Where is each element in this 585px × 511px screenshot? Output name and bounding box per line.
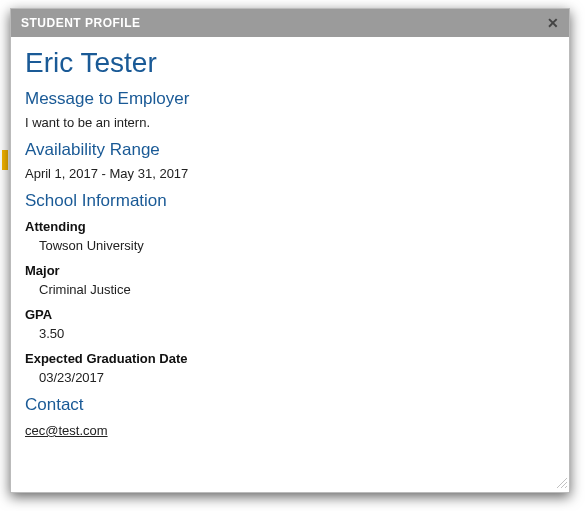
contact-email-link[interactable]: cec@test.com <box>25 423 108 438</box>
background-artifact <box>2 150 8 170</box>
modal-content: Eric Tester Message to Employer I want t… <box>11 37 569 490</box>
grad-value: 03/23/2017 <box>39 370 555 385</box>
availability-heading: Availability Range <box>25 140 555 160</box>
modal-titlebar: STUDENT PROFILE ✕ <box>11 9 569 37</box>
gpa-label: GPA <box>25 307 555 322</box>
availability-range: April 1, 2017 - May 31, 2017 <box>25 166 555 181</box>
major-label: Major <box>25 263 555 278</box>
modal-title: STUDENT PROFILE <box>21 16 141 30</box>
resize-handle-icon[interactable] <box>555 476 567 488</box>
school-heading: School Information <box>25 191 555 211</box>
svg-line-2 <box>565 486 567 488</box>
student-profile-modal: STUDENT PROFILE ✕ Eric Tester Message to… <box>10 8 570 493</box>
message-heading: Message to Employer <box>25 89 555 109</box>
gpa-value: 3.50 <box>39 326 555 341</box>
major-value: Criminal Justice <box>39 282 555 297</box>
grad-label: Expected Graduation Date <box>25 351 555 366</box>
close-icon[interactable]: ✕ <box>547 16 560 30</box>
student-name: Eric Tester <box>25 47 555 79</box>
attending-label: Attending <box>25 219 555 234</box>
attending-value: Towson University <box>39 238 555 253</box>
message-text: I want to be an intern. <box>25 115 555 130</box>
contact-heading: Contact <box>25 395 555 415</box>
